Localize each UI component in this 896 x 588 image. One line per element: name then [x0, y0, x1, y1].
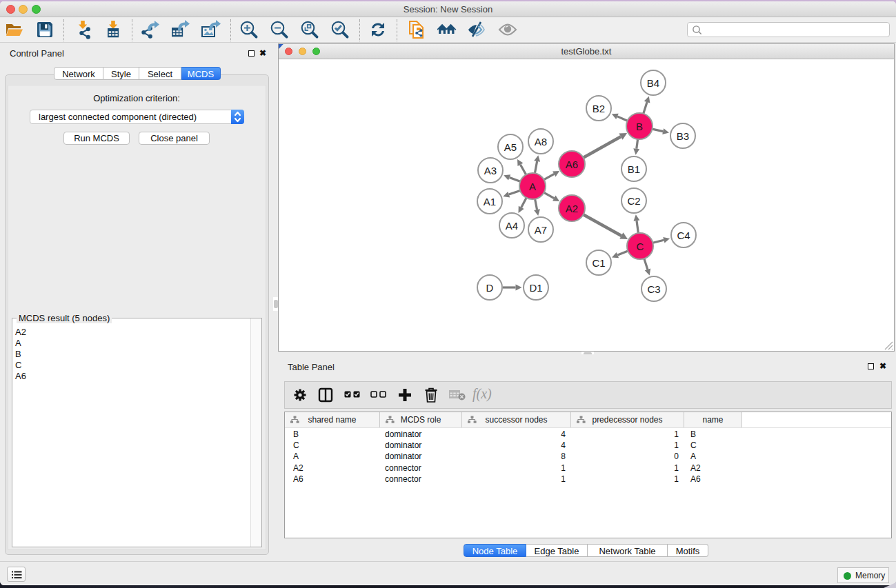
- svg-text:A8: A8: [535, 136, 547, 148]
- svg-text:A5: A5: [504, 141, 517, 153]
- svg-text:D1: D1: [529, 282, 542, 294]
- svg-text:A7: A7: [535, 224, 547, 236]
- svg-text:C4: C4: [677, 230, 690, 241]
- svg-text:C: C: [637, 241, 644, 252]
- svg-text:A: A: [529, 181, 536, 192]
- svg-text:C1: C1: [592, 257, 605, 269]
- svg-text:A2: A2: [566, 203, 578, 214]
- svg-text:A3: A3: [484, 165, 497, 176]
- svg-text:D: D: [486, 282, 494, 294]
- svg-text:C3: C3: [647, 283, 660, 295]
- svg-text:A1: A1: [484, 196, 496, 207]
- svg-text:B3: B3: [677, 130, 689, 142]
- svg-text:A6: A6: [566, 159, 578, 170]
- svg-text:B: B: [636, 121, 643, 132]
- svg-text:B4: B4: [647, 77, 659, 89]
- svg-text:B2: B2: [593, 103, 605, 114]
- svg-text:A4: A4: [506, 220, 518, 232]
- svg-text:B1: B1: [628, 163, 640, 175]
- svg-text:C2: C2: [627, 195, 640, 207]
